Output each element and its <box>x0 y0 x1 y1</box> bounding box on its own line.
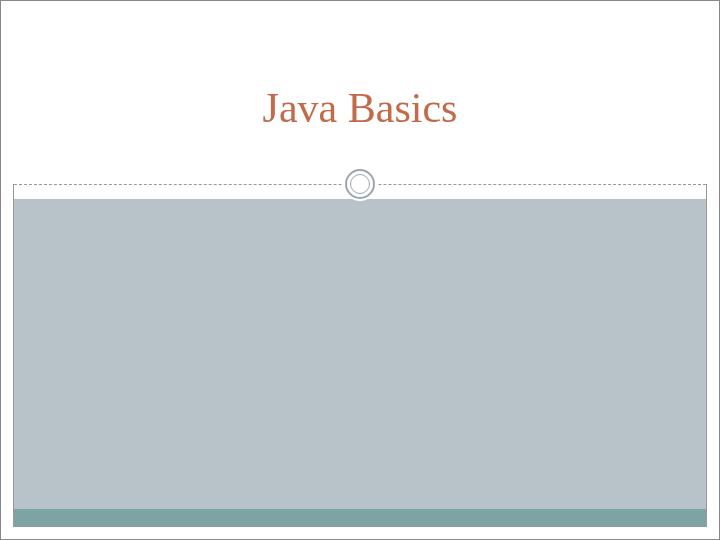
slide-container: Java Basics <box>0 0 720 540</box>
circle-inner-ring <box>350 174 370 194</box>
footer-bar <box>14 509 706 526</box>
slide-title: Java Basics <box>263 84 458 132</box>
title-section: Java Basics <box>1 1 719 184</box>
body-section <box>14 199 706 509</box>
circle-outer-ring <box>345 169 375 199</box>
circle-ornament <box>343 167 377 201</box>
